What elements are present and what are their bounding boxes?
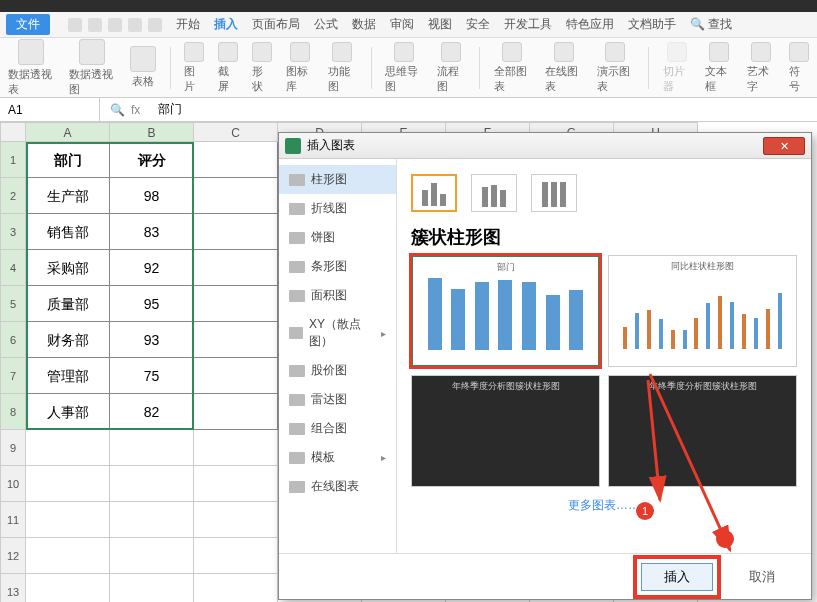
chart-type-item[interactable]: 条形图	[279, 252, 396, 281]
qa-icon[interactable]	[128, 18, 142, 32]
chart-type-item[interactable]: 股价图	[279, 356, 396, 385]
cell[interactable]: 质量部	[26, 286, 110, 322]
row-header[interactable]: 7	[0, 358, 26, 394]
tab-view[interactable]: 视图	[428, 16, 452, 33]
close-button[interactable]: ✕	[763, 137, 805, 155]
rbtn-textbox[interactable]: 文本框	[705, 42, 733, 94]
cell[interactable]: 财务部	[26, 322, 110, 358]
cell[interactable]	[194, 322, 278, 358]
rbtn-mindmap[interactable]: 思维导图	[385, 42, 422, 94]
formula-value[interactable]: 部门	[150, 101, 190, 118]
col-header[interactable]: B	[110, 122, 194, 142]
cell[interactable]	[194, 430, 278, 466]
cell[interactable]	[26, 574, 110, 602]
cell[interactable]	[26, 538, 110, 574]
subtype-stacked[interactable]	[471, 174, 517, 212]
cell[interactable]	[194, 574, 278, 602]
cell[interactable]	[194, 142, 278, 178]
cell[interactable]	[110, 538, 194, 574]
row-header[interactable]: 5	[0, 286, 26, 322]
cell[interactable]	[194, 178, 278, 214]
cell[interactable]	[26, 502, 110, 538]
rbtn-onlinechart[interactable]: 在线图表	[545, 42, 582, 94]
cell[interactable]	[194, 286, 278, 322]
cell[interactable]: 95	[110, 286, 194, 322]
cell[interactable]	[194, 466, 278, 502]
chart-preview[interactable]: 部门	[411, 255, 600, 367]
cell[interactable]	[110, 502, 194, 538]
tab-special[interactable]: 特色应用	[566, 16, 614, 33]
rbtn-iconlib[interactable]: 图标库	[286, 42, 314, 94]
insert-button[interactable]: 插入	[641, 563, 713, 591]
cancel-button[interactable]: 取消	[727, 564, 797, 590]
cell[interactable]	[194, 538, 278, 574]
row-header[interactable]: 10	[0, 466, 26, 502]
cell[interactable]	[110, 574, 194, 602]
rbtn-screenshot[interactable]: 截屏	[218, 42, 238, 94]
rbtn-allcharts[interactable]: 全部图表	[494, 42, 531, 94]
cell[interactable]	[110, 430, 194, 466]
col-header[interactable]: A	[26, 122, 110, 142]
cell[interactable]: 部门	[26, 142, 110, 178]
chart-type-item[interactable]: XY（散点图）▸	[279, 310, 396, 356]
qa-icon[interactable]	[148, 18, 162, 32]
chart-type-item[interactable]: 饼图	[279, 223, 396, 252]
rbtn-demochart[interactable]: 演示图表	[597, 42, 634, 94]
cell-ref-input[interactable]	[8, 103, 68, 117]
chart-preview[interactable]: 年终季度分析图簇状柱形图	[411, 375, 600, 487]
chart-type-item[interactable]: 雷达图	[279, 385, 396, 414]
zoom-icon[interactable]: 🔍	[110, 103, 125, 117]
tab-start[interactable]: 开始	[176, 16, 200, 33]
tab-insert[interactable]: 插入	[214, 16, 238, 33]
tab-review[interactable]: 审阅	[390, 16, 414, 33]
cell[interactable]: 评分	[110, 142, 194, 178]
tab-formula[interactable]: 公式	[314, 16, 338, 33]
cell[interactable]: 93	[110, 322, 194, 358]
rbtn-wordart[interactable]: 艺术字	[747, 42, 775, 94]
cell[interactable]	[194, 214, 278, 250]
cell[interactable]	[26, 466, 110, 502]
row-header[interactable]: 12	[0, 538, 26, 574]
subtype-percent[interactable]	[531, 174, 577, 212]
row-header[interactable]: 3	[0, 214, 26, 250]
col-header[interactable]: C	[194, 122, 278, 142]
cell[interactable]	[194, 250, 278, 286]
chart-type-item[interactable]: 在线图表	[279, 472, 396, 501]
cell[interactable]: 83	[110, 214, 194, 250]
cell[interactable]	[26, 430, 110, 466]
chart-type-item[interactable]: 面积图	[279, 281, 396, 310]
select-all-corner[interactable]	[0, 122, 26, 142]
cell[interactable]: 92	[110, 250, 194, 286]
row-header[interactable]: 2	[0, 178, 26, 214]
tab-pagelayout[interactable]: 页面布局	[252, 16, 300, 33]
rbtn-symbol[interactable]: 符号	[789, 42, 809, 94]
cell[interactable]	[194, 358, 278, 394]
row-header[interactable]: 11	[0, 502, 26, 538]
fx-icon[interactable]: fx	[131, 103, 140, 117]
qa-icon[interactable]	[108, 18, 122, 32]
chart-type-item[interactable]: 折线图	[279, 194, 396, 223]
chart-preview[interactable]: 年终季度分析图簇状柱形图	[608, 375, 797, 487]
cell[interactable]	[194, 394, 278, 430]
rbtn-picture[interactable]: 图片	[184, 42, 204, 94]
chart-type-item[interactable]: 模板▸	[279, 443, 396, 472]
cell[interactable]: 82	[110, 394, 194, 430]
row-header[interactable]: 8	[0, 394, 26, 430]
cell[interactable]: 生产部	[26, 178, 110, 214]
cell[interactable]	[110, 466, 194, 502]
cell[interactable]: 75	[110, 358, 194, 394]
tab-data[interactable]: 数据	[352, 16, 376, 33]
more-charts-link[interactable]: 更多图表……	[411, 497, 797, 514]
row-header[interactable]: 13	[0, 574, 26, 602]
rbtn-pivot-chart[interactable]: 数据透视图	[69, 39, 116, 97]
rbtn-pivot-table[interactable]: 数据透视表	[8, 39, 55, 97]
tab-devtools[interactable]: 开发工具	[504, 16, 552, 33]
search-link[interactable]: 🔍 查找	[690, 16, 732, 33]
row-header[interactable]: 9	[0, 430, 26, 466]
rbtn-flowchart[interactable]: 流程图	[437, 42, 465, 94]
cell[interactable]: 人事部	[26, 394, 110, 430]
cell[interactable]: 管理部	[26, 358, 110, 394]
subtype-clustered[interactable]	[411, 174, 457, 212]
file-menu[interactable]: 文件	[6, 14, 50, 35]
rbtn-shape[interactable]: 形状	[252, 42, 272, 94]
